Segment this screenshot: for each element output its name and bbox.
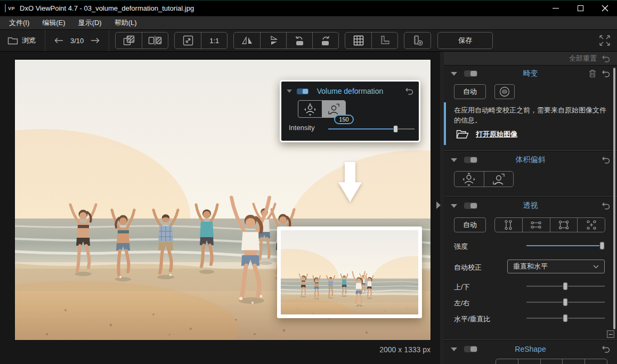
undo-icon[interactable]	[602, 202, 610, 209]
save-button[interactable]: 保存	[437, 32, 493, 49]
rotate-ccw-icon	[294, 35, 305, 46]
slider-handle[interactable]	[563, 298, 568, 306]
slider-handle[interactable]	[563, 314, 568, 322]
auto-correct-dropdown[interactable]: 垂直和水平	[507, 260, 605, 273]
displayed-photo[interactable]: Volume deformation	[15, 60, 431, 340]
fullscreen-button[interactable]	[598, 34, 611, 47]
compare-split-icon	[148, 36, 162, 45]
scroll-collapse-button[interactable]	[607, 330, 614, 338]
browse-button[interactable]: 浏览	[0, 36, 45, 45]
volume-title: 体积偏斜	[444, 155, 617, 165]
ruler-add-button[interactable]	[404, 33, 431, 48]
image-dimensions: 2000 x 1333 px	[379, 345, 431, 354]
undo-icon[interactable]	[602, 156, 610, 164]
undo-icon[interactable]	[602, 55, 610, 62]
up-down-slider[interactable]	[526, 282, 605, 290]
trash-icon[interactable]	[589, 69, 596, 78]
fit-screen-button[interactable]	[175, 33, 201, 48]
auto-correct-value: 垂直和水平	[513, 262, 548, 271]
window-controls	[543, 1, 617, 16]
slider-handle[interactable]	[599, 241, 605, 250]
compare-split-button[interactable]	[142, 33, 168, 48]
slider-handle[interactable]	[563, 282, 568, 290]
undo-icon[interactable]	[602, 70, 610, 77]
flip-horizontal-button[interactable]	[234, 33, 260, 48]
ruler-button[interactable]	[371, 33, 397, 48]
reshape-tool-button[interactable]	[496, 359, 518, 364]
reshape-tool-button[interactable]	[540, 359, 563, 364]
result-inset-image	[277, 227, 422, 318]
ruler-add-icon	[412, 35, 423, 46]
volume-hv-button[interactable]	[454, 172, 484, 187]
flip-horizontal-icon	[241, 35, 254, 46]
maximize-icon	[578, 5, 583, 11]
reshape-tool-button[interactable]	[584, 359, 607, 364]
slider-fill	[526, 245, 602, 246]
sidebar-collapse-handle[interactable]	[436, 201, 441, 209]
sidebar-scrollbar[interactable]	[613, 68, 615, 329]
distortion-info-text: 在应用自动畸变校正之前，需要来自原始图像文件的信息。	[454, 105, 611, 125]
menu-help[interactable]: 帮助(L)	[108, 18, 143, 28]
rotate-cw-button[interactable]	[312, 33, 338, 48]
fullscreen-icon	[598, 34, 611, 47]
persp-horizontal-icon	[530, 220, 542, 230]
next-image-icon[interactable]	[91, 37, 100, 44]
volume-hv-button	[298, 101, 322, 117]
menu-file[interactable]: 文件(I)	[3, 18, 36, 28]
reshape-title: ReShape	[444, 345, 617, 353]
undo-icon	[405, 87, 413, 95]
volume-hv-icon	[462, 172, 476, 186]
force-rectangle-button[interactable]	[550, 218, 578, 232]
zoom-actual-button[interactable]: 1:1	[201, 33, 227, 48]
distortion-manual-button[interactable]	[494, 84, 515, 99]
menu-view[interactable]: 显示(D)	[72, 18, 108, 28]
ruler-add-group	[404, 32, 431, 49]
title-bar: VP DxO ViewPoint 4.7 - 03_volume_deforma…	[0, 0, 617, 16]
reset-all-label[interactable]: 全部重置	[569, 54, 597, 63]
lens-manual-icon	[499, 86, 510, 98]
prev-image-icon[interactable]	[54, 37, 63, 44]
image-navigator: 3/10	[45, 37, 109, 45]
open-original-link[interactable]: 打开原始图像	[476, 130, 517, 139]
left-right-slider[interactable]	[526, 298, 605, 306]
force-vertical-button[interactable]	[495, 218, 522, 232]
force-horizontal-button[interactable]	[522, 218, 550, 232]
sidebar-splitter[interactable]	[440, 52, 444, 364]
guides-group	[345, 32, 398, 49]
rotate-ccw-button[interactable]	[286, 33, 312, 48]
perspective-title: 透视	[444, 201, 617, 211]
perspective-auto-button[interactable]: 自动	[454, 217, 486, 232]
persp-8pt-icon	[586, 220, 597, 230]
rotate-cw-icon	[320, 35, 331, 46]
slider-track	[396, 128, 415, 130]
perspective-panel-header: 透视	[444, 198, 617, 213]
open-original-row[interactable]: 打开原始图像	[456, 130, 517, 139]
reshape-tool-button[interactable]	[562, 359, 584, 364]
intensity-slider[interactable]	[526, 241, 605, 250]
grid-button[interactable]	[345, 33, 371, 48]
undo-icon[interactable]	[602, 345, 610, 353]
persp-vertical-icon	[502, 220, 514, 230]
up-down-label: 上/下	[454, 282, 470, 292]
minimize-button[interactable]	[543, 1, 568, 16]
eight-point-button[interactable]	[577, 218, 605, 232]
menu-edit[interactable]: 编辑(E)	[36, 18, 71, 28]
close-button[interactable]	[592, 1, 617, 16]
volume-diag-button[interactable]	[484, 172, 514, 187]
orientation-group	[233, 32, 339, 49]
window-title: DxO ViewPoint 4.7 - 03_volume_deformatio…	[20, 4, 194, 12]
compare-overlay-button[interactable]	[116, 33, 142, 48]
distortion-auto-button[interactable]: 自动	[454, 84, 486, 99]
hv-ratio-slider[interactable]	[526, 314, 605, 322]
browse-folder-icon	[7, 36, 18, 45]
logo-text: VP	[8, 6, 15, 11]
flip-vertical-icon	[267, 35, 280, 46]
maximize-button[interactable]	[568, 1, 592, 16]
toolbar-divider	[109, 30, 109, 51]
flip-vertical-button[interactable]	[260, 33, 286, 48]
image-canvas: Volume deformation	[0, 52, 444, 364]
reshape-panel-header: ReShape	[444, 342, 617, 357]
reshape-tool-button[interactable]	[518, 359, 540, 364]
volume-hv-icon	[304, 103, 316, 116]
open-folder-icon	[456, 130, 469, 139]
